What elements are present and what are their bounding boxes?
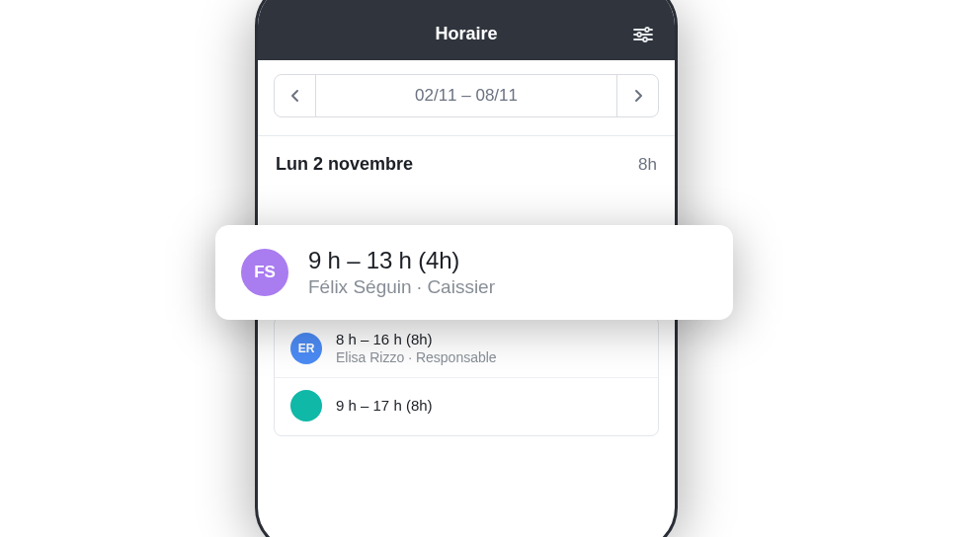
shift-time: 9 h – 17 h (8h) [336, 397, 433, 414]
next-week-button[interactable] [616, 75, 658, 116]
date-navigator: 02/11 – 08/11 [274, 74, 659, 117]
shift-info: 9 h – 17 h (8h) [336, 397, 433, 416]
divider [275, 377, 658, 378]
shift-time: 8 h – 16 h (8h) [336, 331, 497, 347]
shift-info: 9 h – 13 h (4h) Félix Séguin · Caissier [308, 247, 495, 298]
shift-card-group[interactable]: ER 8 h – 16 h (8h) Elisa Rizzo · Respons… [274, 316, 659, 436]
shift-meta: Elisa Rizzo · Responsable [336, 349, 497, 365]
day-label: Lun 2 novembre [276, 154, 413, 175]
svg-point-5 [643, 38, 647, 41]
svg-point-4 [637, 33, 641, 37]
shift-time: 9 h – 13 h (4h) [308, 247, 495, 274]
shift-info: 8 h – 16 h (8h) Elisa Rizzo · Responsabl… [336, 331, 497, 365]
avatar: ER [290, 333, 322, 364]
date-range-label[interactable]: 02/11 – 08/11 [316, 75, 616, 116]
shift-row: 9 h – 17 h (8h) [290, 390, 642, 422]
page-title: Horaire [435, 24, 497, 44]
day-total-hours: 8h [638, 155, 657, 175]
avatar: FS [241, 249, 288, 296]
highlight-shift-card[interactable]: FS 9 h – 13 h (4h) Félix Séguin · Caissi… [215, 225, 733, 320]
avatar [290, 390, 322, 422]
filter-icon[interactable] [633, 27, 653, 42]
shift-row: ER 8 h – 16 h (8h) Elisa Rizzo · Respons… [290, 331, 642, 365]
prev-week-button[interactable] [275, 75, 316, 116]
app-header: Horaire [258, 0, 675, 60]
shift-meta: Félix Séguin · Caissier [308, 276, 495, 298]
svg-point-3 [645, 28, 649, 32]
day-header: Lun 2 novembre 8h [274, 136, 659, 185]
